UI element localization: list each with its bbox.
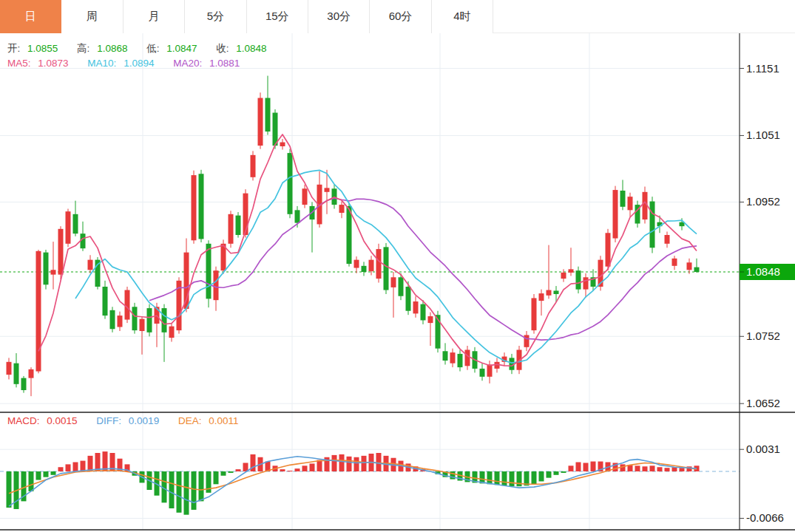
ohlc-header: 开: 1.0855 高: 1.0868 低: 1.0847 收: 1.0848: [7, 42, 271, 55]
diff-label: DIFF:: [96, 415, 121, 426]
tab-60min[interactable]: 60分: [370, 0, 431, 33]
dea-value: 0.0011: [209, 415, 238, 426]
tab-4hour[interactable]: 4时: [432, 0, 493, 33]
macd-axis-label: -0.0066: [746, 511, 784, 524]
price-axis-label: 1.0652: [746, 397, 780, 409]
price-axis-label: 1.1151: [746, 62, 779, 75]
tab-weekly[interactable]: 周: [61, 0, 123, 33]
candles-group: [7, 76, 700, 397]
dea-label: DEA:: [178, 415, 202, 426]
ma5-line: [38, 134, 697, 366]
tab-5min[interactable]: 5分: [185, 0, 246, 33]
trading-chart-app: 日周月5分15分30分60分4时 开: 1.0855 高: 1.0868 低: …: [0, 0, 795, 532]
macd-value: 0.0015: [47, 415, 77, 426]
high-label: 高:: [77, 43, 89, 54]
last-price-badge-text: 1.0848: [746, 265, 780, 278]
price-axis-label: 1.0952: [746, 195, 780, 208]
tab-30min[interactable]: 30分: [308, 0, 370, 33]
price-axis-label: 1.1051: [746, 129, 780, 141]
macd-axis-label: 0.0031: [746, 443, 780, 455]
price-axis-label: 1.0752: [746, 330, 780, 342]
open-label: 开:: [7, 43, 20, 54]
close-label: 收:: [216, 43, 229, 54]
close-value: 1.0848: [236, 43, 266, 54]
macd-label: MACD:: [7, 415, 40, 426]
open-value: 1.0855: [27, 43, 58, 54]
low-value: 1.0847: [166, 43, 197, 54]
high-value: 1.0868: [97, 43, 127, 54]
ma5-label: MA5:: [7, 58, 31, 69]
period-tabbar: 日周月5分15分30分60分4时: [0, 0, 795, 33]
ma10-label: MA10:: [87, 58, 116, 69]
ma5-value: 1.0873: [38, 58, 68, 69]
ma-header: MA5: 1.0873 MA10: 1.0894 MA20: 1.0881: [7, 58, 244, 69]
tab-monthly[interactable]: 月: [124, 0, 185, 33]
diff-value: 0.0019: [129, 415, 159, 426]
ma20-value: 1.0881: [209, 58, 240, 69]
ma10-value: 1.0894: [124, 58, 154, 69]
tab-daily[interactable]: 日: [0, 0, 61, 33]
candlestick-macd-chart[interactable]: 1.11511.10511.09521.07521.06520.0031-0.0…: [0, 33, 795, 532]
low-label: 低:: [146, 43, 159, 54]
tab-15min[interactable]: 15分: [247, 0, 308, 33]
ma20-label: MA20:: [173, 58, 202, 69]
macd-header: MACD: 0.0015 DIFF: 0.0019 DEA: 0.0011: [7, 415, 243, 426]
